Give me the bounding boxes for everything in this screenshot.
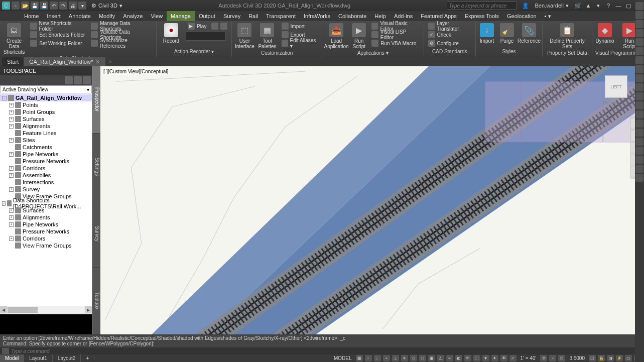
infer-icon[interactable]: ∟ [374, 355, 381, 361]
file-tab[interactable]: GA_Rail_Align_Workflow*✕ [24, 57, 105, 66]
expand-icon[interactable]: + [9, 173, 14, 178]
layout-tab-layout2[interactable]: Layout2 [53, 354, 81, 362]
tab-collaborate[interactable]: Collaborate [334, 11, 370, 21]
tree-node[interactable]: Pressure Networks [0, 158, 92, 165]
tab-featured-apps[interactable]: Featured Apps [417, 11, 461, 21]
polar-icon[interactable]: ✳ [401, 355, 408, 361]
lock-ui-icon[interactable]: 🔒 [598, 355, 605, 361]
record-button[interactable]: ● Record [159, 22, 184, 45]
wcs-label[interactable]: WCS ▾ [603, 100, 617, 105]
tree-node[interactable]: +Corridors [0, 165, 92, 172]
expand-icon[interactable]: - [2, 201, 6, 206]
create-data-shortcuts-button[interactable]: 🗂 Create Data Shortcuts [2, 22, 26, 56]
otrack-icon[interactable]: ∠ [437, 355, 444, 361]
ri-13[interactable] [635, 110, 643, 118]
tab-view[interactable]: View [147, 11, 167, 21]
panel-label[interactable]: Action Recorder ▾ [159, 49, 229, 56]
expand-icon[interactable]: + [9, 236, 14, 241]
ri-17[interactable] [635, 147, 643, 155]
ri-19[interactable] [635, 165, 643, 173]
play-button[interactable]: ▶Play [186, 22, 229, 30]
tab-survey[interactable]: Survey [219, 11, 244, 21]
tab-express-tools[interactable]: Express Tools [461, 11, 503, 21]
tab-modify[interactable]: Modify [95, 11, 119, 21]
tab-geolocation[interactable]: Geolocation [503, 11, 541, 21]
ar-opt2-icon[interactable] [220, 23, 227, 30]
ri-3[interactable] [635, 20, 643, 28]
anno-monitor-icon[interactable]: + [549, 355, 556, 361]
user-name[interactable]: Ben.wardell▾ [535, 3, 569, 9]
tab-analyze[interactable]: Analyze [119, 11, 147, 21]
ri-7[interactable] [635, 56, 643, 64]
expand-icon[interactable]: + [9, 208, 14, 213]
scroll-left-icon[interactable]: ◀ [0, 306, 7, 313]
tree-node[interactable]: +Surfaces [0, 115, 92, 123]
decimal-value[interactable]: 3.5000 [567, 355, 587, 361]
undo-icon[interactable]: ↶ [50, 2, 58, 10]
units-icon[interactable]: ⊡ [558, 355, 565, 361]
ri-15[interactable] [635, 129, 643, 137]
import-cust-button[interactable]: Import [280, 22, 320, 30]
autoscale-icon[interactable]: ⤢ [509, 355, 517, 361]
a360-icon[interactable]: ▲ [585, 2, 592, 9]
ri-4[interactable] [635, 29, 643, 37]
ri-14[interactable] [635, 119, 643, 128]
ri-12[interactable] [635, 101, 643, 109]
new-shortcuts-folder-button[interactable]: New Shortcuts Folder [28, 22, 87, 30]
ts-help-icon[interactable] [83, 76, 91, 84]
app-workspace[interactable]: ⚙ Civil 3D ▾ [91, 3, 122, 9]
scroll-right-icon[interactable]: ▶ [85, 306, 92, 313]
hw-accel-icon[interactable]: ⚡ [616, 355, 623, 361]
expand-icon[interactable]: + [9, 215, 14, 220]
save-icon[interactable]: 💾 [31, 2, 39, 10]
transparency-icon[interactable]: ◐ [455, 355, 462, 361]
action-name-input[interactable] [186, 32, 226, 41]
filter-icon[interactable]: ▼ [482, 355, 489, 361]
viewport[interactable]: [-][Custom View][Conceptual] [100, 66, 644, 334]
dynamo-button[interactable]: ◆ Dynamo [594, 22, 615, 45]
close-tab-icon[interactable]: ✕ [96, 59, 100, 64]
search-input[interactable] [447, 2, 517, 10]
signin-icon[interactable]: 👤 [522, 2, 529, 9]
file-tab[interactable]: Start [2, 57, 24, 66]
grid-icon[interactable]: ▦ [356, 355, 363, 361]
expand-icon[interactable]: + [9, 152, 14, 157]
tool-palettes-button[interactable]: ▦ Tool Palettes [257, 22, 277, 50]
tree-node[interactable]: View Frame Groups [0, 242, 92, 249]
tab-insert[interactable]: Insert [43, 11, 65, 21]
tree-node[interactable]: Catchments [0, 144, 92, 151]
sidetab-prospector[interactable]: Prospector [92, 66, 100, 134]
ri-2[interactable] [635, 11, 643, 19]
tab-manage[interactable]: Manage [167, 11, 195, 21]
tree-node[interactable]: +Sites [0, 137, 92, 144]
tree-node[interactable]: +Corridors [0, 235, 92, 242]
configure-button[interactable]: ⚙Configure [426, 39, 473, 47]
synchronize-references-button[interactable]: Synchronize References [89, 39, 154, 47]
help-icon[interactable]: ? [605, 2, 612, 9]
iso-icon[interactable]: ◇ [410, 355, 417, 361]
app-menu-icon[interactable]: C [2, 2, 10, 10]
command-input[interactable] [11, 348, 642, 354]
sidetab-survey[interactable]: Survey [92, 200, 100, 268]
expand-icon[interactable]: + [9, 138, 14, 143]
qat-dropdown-icon[interactable]: ▾ [78, 2, 86, 10]
expand-icon[interactable]: + [9, 117, 14, 122]
lweight-icon[interactable]: ≡ [446, 355, 453, 361]
scroll-thumb[interactable] [8, 307, 38, 313]
tree-node[interactable]: -Data Shortcuts [D:\PROJECTS\Rail Work..… [0, 200, 92, 207]
ts-btn2[interactable] [74, 76, 82, 84]
reference-styles-button[interactable]: 📎 Reference [518, 22, 540, 45]
ri-9[interactable] [635, 74, 643, 82]
ri-11[interactable] [635, 92, 643, 100]
tree-node[interactable]: -GA_Rail_Align_Workflow [0, 94, 92, 101]
ri-1[interactable] [635, 2, 643, 10]
purge-styles-button[interactable]: 🧹 Purge [498, 22, 516, 45]
tab-output[interactable]: Output [195, 11, 219, 21]
model-space-label[interactable]: MODEL [332, 355, 354, 361]
expand-icon[interactable]: + [9, 110, 14, 114]
minimize-icon[interactable]: — [615, 2, 622, 9]
anno-scale[interactable]: 1' = 40' [519, 355, 539, 361]
tree-node[interactable]: +Survey [0, 186, 92, 193]
ar-opt1-icon[interactable] [211, 23, 218, 30]
ri-18[interactable] [635, 156, 643, 164]
